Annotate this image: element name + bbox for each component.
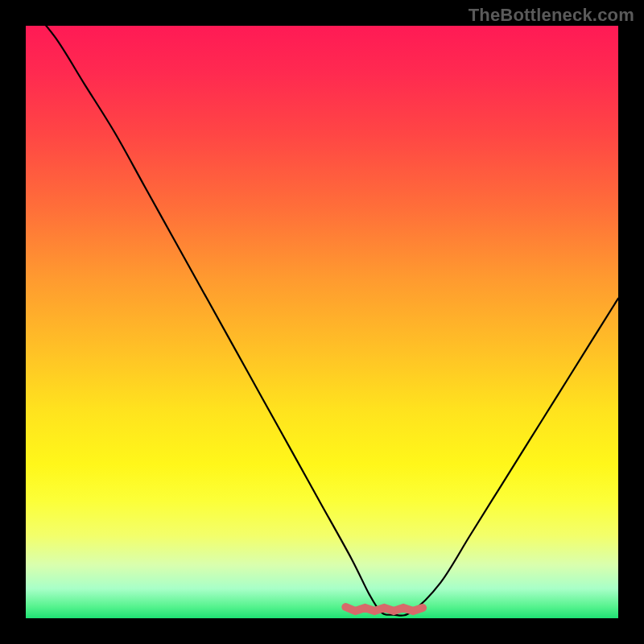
watermark-text: TheBottleneck.com [469, 5, 634, 26]
chart-plot-area [26, 26, 618, 618]
bottleneck-curve [26, 26, 618, 618]
